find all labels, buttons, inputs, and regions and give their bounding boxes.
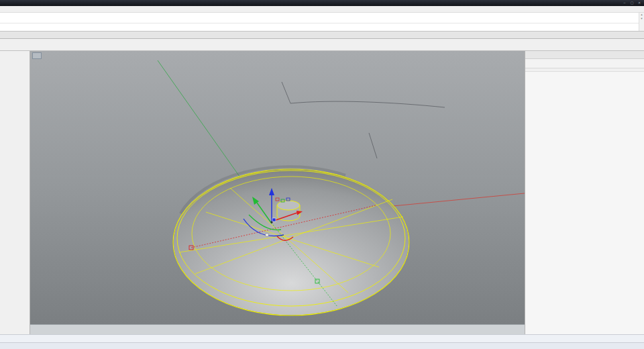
viewport-scene[interactable] [30, 51, 525, 324]
left-tool-palette [0, 51, 30, 334]
close-button[interactable]: ✕ [637, 0, 642, 6]
rhino-window: –▢✕ ▲▼ [0, 0, 644, 349]
main-toolbar [0, 39, 644, 51]
viewport-title[interactable] [32, 52, 42, 59]
gumball-move-handle[interactable] [272, 218, 276, 221]
maximize-button[interactable]: ▢ [629, 0, 635, 6]
osnap-bar [0, 334, 644, 342]
toolbar-tab-strip [0, 32, 644, 39]
command-prompt[interactable] [0, 23, 644, 31]
window-controls: –▢✕ [622, 0, 642, 6]
gumball-origin [270, 221, 272, 223]
properties-panel [525, 51, 644, 334]
viewport-tab-strip [30, 324, 525, 334]
panel-toolbar [525, 59, 644, 68]
status-bar [0, 342, 644, 349]
command-history[interactable] [0, 13, 644, 23]
perspective-viewport[interactable] [30, 51, 525, 334]
gumball-menu-ball[interactable] [266, 234, 269, 237]
command-area: ▲▼ [0, 13, 644, 32]
main-area [0, 51, 644, 334]
minimize-button[interactable]: – [622, 0, 627, 6]
menubar [0, 6, 644, 13]
titlebar: –▢✕ [0, 0, 644, 6]
center-boss [277, 201, 300, 221]
panel-buttons [525, 68, 644, 72]
panel-tab-strip [525, 51, 644, 59]
command-scrollbar[interactable]: ▲▼ [639, 13, 644, 31]
